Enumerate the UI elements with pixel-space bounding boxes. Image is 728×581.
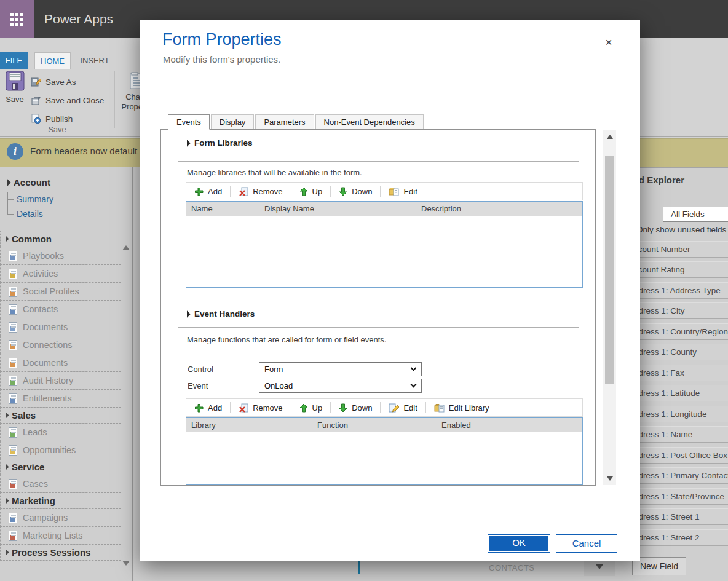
nav-form-root[interactable]: Account: [5, 177, 50, 188]
collapse-triangle-icon: [3, 236, 9, 242]
ribbon-tab-insert[interactable]: INSERT: [75, 52, 114, 69]
up-button[interactable]: Up: [291, 183, 331, 200]
floppy-icon: [6, 71, 25, 91]
scroll-up-icon: [607, 135, 613, 139]
dialog-scrollbar[interactable]: [603, 130, 616, 485]
nav-scroll-down-button[interactable]: [122, 566, 130, 577]
event-label: Event: [188, 381, 208, 390]
collapse-triangle-icon: [183, 310, 190, 317]
close-button[interactable]: ×: [600, 34, 617, 51]
remove-icon: [239, 187, 248, 196]
nav-section-service[interactable]: Service: [0, 459, 121, 475]
audit-history-icon: [9, 376, 17, 386]
notification-text: Form headers now default to hi: [30, 146, 157, 156]
down-button[interactable]: Down: [331, 183, 380, 200]
dialog-tab-strip: Events Display Parameters Non-Event Depe…: [168, 114, 425, 130]
nav-item-documents[interactable]: Documents: [0, 318, 121, 336]
canvas-tab-contacts[interactable]: CONTACTS: [489, 563, 535, 572]
app-launcher-button[interactable]: [0, 0, 34, 38]
campaigns-icon: [9, 513, 17, 523]
nav-section-marketing[interactable]: Marketing: [0, 492, 121, 509]
ribbon-tab-home[interactable]: HOME: [34, 52, 71, 69]
control-label: Control: [188, 365, 213, 374]
nav-item-opportunities[interactable]: Opportunities: [0, 441, 121, 459]
nav-view-summary[interactable]: Summary: [7, 194, 53, 204]
save-button-label: Save: [6, 95, 24, 104]
nav-item-marketing-lists[interactable]: Marketing Lists: [0, 526, 121, 545]
column-name: Name: [186, 204, 264, 213]
documents-icon: [9, 322, 17, 333]
ribbon-group-label: Save: [0, 125, 114, 134]
remove-button[interactable]: Remove: [231, 183, 290, 200]
nav-item-entitlements[interactable]: Entitlements: [0, 389, 121, 408]
save-button[interactable]: Save: [2, 71, 28, 127]
form-libraries-toolbar: Add Remove Up Down Edit: [186, 182, 583, 200]
nav-item-cases[interactable]: Cases: [0, 475, 121, 493]
column-description: Description: [421, 204, 461, 213]
form-libraries-table[interactable]: Name Display Name Description: [186, 201, 583, 288]
down-arrow-icon: [339, 403, 347, 413]
form-libraries-section-header[interactable]: Form Libraries: [184, 138, 253, 148]
remove-button[interactable]: Remove: [231, 399, 290, 416]
nav-item-social-profiles[interactable]: Social Profiles: [0, 282, 121, 301]
event-handlers-table[interactable]: Library Function Enabled: [186, 417, 583, 485]
nav-item-audit-history[interactable]: Audit History: [0, 371, 121, 390]
edit-library-button[interactable]: Edit Library: [426, 399, 497, 416]
new-field-button[interactable]: New Field: [632, 557, 686, 575]
scrollbar-thumb[interactable]: [605, 156, 614, 384]
event-handlers-section-header[interactable]: Event Handlers: [184, 309, 255, 318]
activities-icon: [9, 269, 17, 279]
field-filter-select[interactable]: All Fields: [663, 207, 728, 222]
nav-item-documents-2[interactable]: Documents: [0, 354, 121, 372]
cases-icon: [9, 479, 17, 489]
event-handlers-toolbar: Add Remove Up Down Edit: [186, 398, 583, 417]
scroll-down-button[interactable]: [603, 472, 616, 485]
save-and-close-button[interactable]: Save and Close: [31, 91, 104, 109]
nav-item-activities[interactable]: Activities: [0, 264, 121, 283]
events-tab-content: Form Libraries Manage libraries that wil…: [160, 129, 596, 486]
scroll-down-icon: [122, 561, 130, 576]
column-enabled: Enabled: [441, 421, 471, 430]
playbooks-icon: [9, 251, 17, 261]
social-profiles-icon: [9, 287, 17, 297]
event-handlers-description: Manage functions that are called for for…: [187, 335, 386, 344]
event-select[interactable]: OnLoad: [259, 379, 422, 393]
nav-section-common[interactable]: Common: [0, 231, 121, 247]
tab-display[interactable]: Display: [211, 114, 255, 129]
form-navigation-pane: Account Summary Details Common Playbooks…: [0, 167, 132, 581]
nav-section-sales[interactable]: Sales: [0, 407, 121, 424]
down-button[interactable]: Down: [331, 399, 380, 416]
column-display-name: Display Name: [264, 204, 421, 213]
add-button[interactable]: Add: [186, 399, 230, 416]
collapse-triangle-icon: [3, 464, 9, 470]
nav-item-contacts[interactable]: Contacts: [0, 300, 121, 318]
scroll-up-button[interactable]: [603, 130, 616, 143]
connections-icon: [9, 340, 17, 350]
edit-pencil-icon: [389, 403, 399, 413]
publish-label: Publish: [46, 114, 73, 124]
nav-item-leads[interactable]: Leads: [0, 423, 121, 441]
dialog-subtitle: Modify this form's properties.: [163, 54, 280, 65]
edit-button[interactable]: Edit: [381, 183, 425, 200]
form-properties-dialog: Form Properties Modify this form's prope…: [140, 20, 640, 561]
cancel-button[interactable]: Cancel: [556, 534, 617, 553]
up-button[interactable]: Up: [291, 399, 331, 416]
tab-non-event-dependencies[interactable]: Non-Event Dependencies: [315, 114, 424, 129]
nav-item-campaigns[interactable]: Campaigns: [0, 508, 121, 527]
nav-item-playbooks[interactable]: Playbooks: [0, 247, 121, 265]
control-select[interactable]: Form: [259, 362, 422, 376]
save-as-button[interactable]: Save As: [31, 73, 104, 91]
nav-section-process-sessions[interactable]: Process Sessions: [0, 544, 121, 561]
add-button[interactable]: Add: [186, 183, 230, 200]
ribbon-tab-file[interactable]: FILE: [0, 52, 28, 69]
dialog-title: Form Properties: [162, 30, 282, 49]
leads-icon: [9, 427, 17, 438]
nav-scroll-up-button[interactable]: [122, 235, 130, 246]
ok-button[interactable]: OK: [488, 534, 550, 553]
tab-events[interactable]: Events: [168, 114, 210, 130]
nav-item-connections[interactable]: Connections: [0, 336, 121, 354]
tab-parameters[interactable]: Parameters: [255, 114, 314, 129]
collapse-triangle-icon: [3, 550, 9, 556]
nav-view-details[interactable]: Details: [7, 209, 43, 219]
edit-button[interactable]: Edit: [381, 399, 425, 416]
